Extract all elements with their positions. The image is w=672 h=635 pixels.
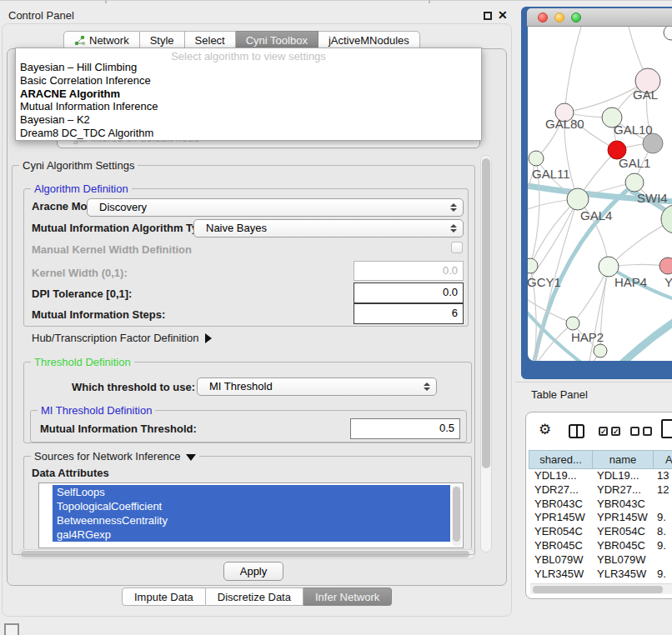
table-row[interactable]: YBR045CYBR045C9. [529, 539, 672, 553]
table-row[interactable]: YBL079WYBL079W [529, 553, 672, 568]
tab-label: jActiveMNodules [328, 34, 409, 47]
corner-grid-icon[interactable] [4, 623, 19, 635]
table-cell: YER054C [529, 525, 593, 539]
algorithm-option-bayesian-hill-climbing[interactable]: Bayesian – Hill Climbing [16, 61, 481, 74]
tab-label: Infer Network [315, 591, 379, 603]
columns-icon[interactable] [569, 424, 584, 438]
table-cell: YPR145W [593, 511, 654, 525]
tab-style[interactable]: Style [140, 31, 185, 49]
table-cell [654, 498, 672, 512]
algorithm-option-aracne-algorithm[interactable]: ARACNE Algorithm [16, 88, 481, 101]
attribute-item-betweennesscentrality[interactable]: BetweennessCentrality [53, 513, 450, 528]
top-tick [105, 0, 107, 3]
tab-impute-data[interactable]: Impute Data [122, 588, 206, 606]
stepper-icon [450, 224, 457, 232]
window-minimize-icon[interactable] [554, 12, 564, 22]
column-header-name[interactable]: name [593, 450, 654, 469]
kernel-width-field: 0.0 [354, 261, 464, 281]
network-node-hap2[interactable] [566, 317, 579, 330]
attribute-item-topologicalcoefficient[interactable]: TopologicalCoefficient [53, 499, 450, 513]
node-label-swi4: SWI4 [637, 191, 668, 205]
float-panel-icon[interactable] [484, 12, 492, 20]
kernel-width-label: Kernel Width (0,1): [32, 267, 128, 279]
table-row[interactable]: YER054CYER054C8. [529, 525, 672, 539]
table-cell: 13 [654, 469, 672, 483]
control-panel-tabs: NetworkStyleSelectCyni ToolboxjActiveMNo… [63, 31, 420, 49]
dpi-tolerance-label: DPI Tolerance [0,1]: [32, 288, 132, 300]
aracne-mode-select[interactable]: Discovery [87, 198, 464, 217]
mi-type-select[interactable]: Naive Bayes [193, 219, 464, 238]
panel-divider [515, 382, 672, 382]
tab-label: Network [89, 34, 129, 47]
sources-toggle[interactable]: Sources for Network Inference [31, 450, 199, 462]
attribute-item-gal4rgexp[interactable]: gal4RGexp [53, 528, 450, 542]
tab-network[interactable]: Network [63, 31, 140, 49]
tab-cyni-toolbox[interactable]: Cyni Toolbox [236, 31, 318, 49]
close-panel-icon[interactable]: ✕ [498, 8, 508, 22]
mi-threshold-label: Mutual Information Threshold: [40, 422, 197, 435]
table-row[interactable]: YDL19...YDL19...13 [529, 469, 672, 483]
window-close-icon[interactable] [538, 12, 548, 22]
network-node-cutTop[interactable] [664, 27, 672, 40]
which-threshold-select[interactable]: MI Threshold [197, 378, 437, 396]
mi-type-label: Mutual Information Algorithm Type: [32, 222, 214, 234]
data-attributes-list[interactable]: SelfLoopsTopologicalCoefficientBetweenne… [38, 482, 464, 548]
table-panel-title: Table Panel [531, 388, 588, 401]
selected-value: MI Threshold [198, 378, 436, 395]
manual-kernel-checkbox[interactable] [451, 242, 463, 253]
deselect-all-checkboxes-icon[interactable] [630, 427, 652, 436]
table-cell: YDR27... [593, 483, 654, 498]
mi-steps-field[interactable]: 6 [354, 303, 464, 324]
table-row[interactable]: YPR145WYPR145W9. [529, 511, 672, 525]
algorithm-option-mutual-information-inference[interactable]: Mutual Information Inference [16, 100, 481, 113]
tab-label: Discretize Data [218, 591, 291, 603]
column-header-a[interactable]: A [654, 450, 672, 469]
scrollbar-thumb[interactable] [533, 586, 663, 593]
scrollbar-thumb[interactable] [453, 487, 460, 542]
settings-vertical-scrollbar[interactable] [480, 155, 492, 552]
apply-button[interactable]: Apply [223, 562, 283, 581]
table-cell: YBL079W [593, 553, 654, 568]
table-cell: 12 [654, 483, 672, 498]
network-node-gal11[interactable] [529, 151, 544, 166]
selected-value: Discovery [88, 199, 463, 216]
network-window-titlebar[interactable] [527, 8, 672, 27]
list-scrollbar[interactable] [452, 485, 462, 547]
column-header-shared[interactable]: shared... [529, 450, 593, 469]
scrollbar-thumb[interactable] [482, 158, 490, 468]
network-node-swi4[interactable] [625, 173, 644, 192]
table-cell: YDL19... [529, 469, 593, 483]
hub-definition-toggle[interactable]: Hub/Transcription Factor Definition [32, 332, 212, 344]
top-divider [0, 0, 672, 1]
table-cell: 9. [654, 539, 672, 553]
window-zoom-icon[interactable] [571, 12, 581, 22]
algorithm-option-basic-correlation-inference[interactable]: Basic Correlation Inference [16, 74, 481, 88]
tab-discretize-data[interactable]: Discretize Data [206, 588, 303, 606]
algorithm-option-dream8-dc-tdc-algorithm[interactable]: Dream8 DC_TDC Algorithm [16, 127, 481, 140]
gear-icon[interactable]: ⚙ [539, 421, 551, 438]
document-icon[interactable] [661, 419, 672, 438]
table-cell: 9. [654, 511, 672, 525]
tab-select[interactable]: Select [185, 31, 236, 49]
network-node-y[interactable] [659, 258, 672, 274]
algorithm-option-bayesian-k2[interactable]: Bayesian – K2 [16, 113, 481, 127]
table-header-row: shared...nameA [529, 450, 672, 469]
table-row[interactable]: YDR27...YDR27...12 [529, 483, 672, 498]
mi-threshold-field[interactable]: 0.5 [350, 418, 460, 439]
table-row[interactable]: YLR345WYLR345W9. [529, 568, 672, 582]
table-cell: YLR345W [529, 568, 593, 582]
tab-infer-network[interactable]: Infer Network [303, 588, 392, 606]
network-node-gal4[interactable] [567, 188, 589, 210]
group-title: Threshold Definition [31, 356, 134, 368]
node-label-gal1: GAL1 [619, 156, 650, 170]
network-node-gcy1[interactable] [528, 258, 538, 273]
dpi-tolerance-field[interactable]: 0.0 [354, 282, 464, 303]
network-node-hap4[interactable] [599, 257, 619, 277]
select-all-checkboxes-icon[interactable]: ✓✓ [599, 427, 620, 436]
table-horizontal-scrollbar[interactable] [530, 583, 672, 594]
network-node-bottomN[interactable] [594, 344, 607, 358]
attribute-item-selfloops[interactable]: SelfLoops [53, 485, 450, 499]
tab-jactivemnodules[interactable]: jActiveMNodules [318, 31, 420, 49]
network-canvas[interactable]: GALGAL80GAL10GAL1SWI4GAL11GAL4GCY1HAP4YH… [528, 27, 672, 361]
table-row[interactable]: YBR043CYBR043C [529, 498, 672, 512]
